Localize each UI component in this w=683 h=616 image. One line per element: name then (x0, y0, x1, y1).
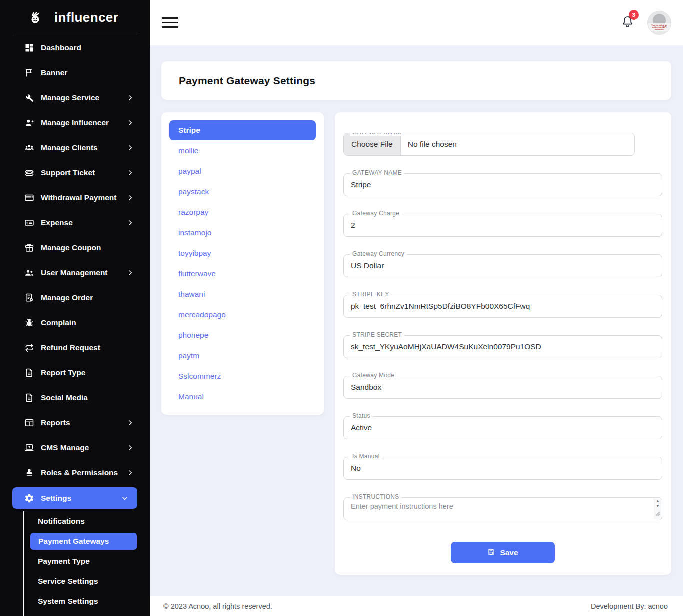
gateway-name-label: GATEWAY NAME (350, 169, 404, 176)
sidebar-item-expense[interactable]: $ Expense (0, 210, 150, 235)
settings-submenu: Notifications Payment Gateways Payment T… (0, 511, 150, 611)
sidebar-item-label: Manage Clients (41, 143, 98, 152)
sidebar-item-manage-service[interactable]: Manage Service (0, 85, 150, 110)
sidebar-item-label: Manage Service (41, 93, 100, 102)
gateway-currency-input[interactable] (351, 261, 655, 270)
users-icon (24, 268, 34, 278)
sidebar-item-label: Complain (41, 318, 76, 327)
groups-icon (24, 143, 34, 153)
gateway-item-paypal[interactable]: paypal (170, 161, 316, 181)
notifications-bell[interactable]: 3 (621, 15, 634, 30)
submenu-item-payment-gateways[interactable]: Payment Gateways (30, 533, 137, 550)
gateway-item-paystack[interactable]: paystack (170, 181, 316, 202)
sidebar-item-withdrawal-payment[interactable]: Withdrawal Payment (0, 185, 150, 210)
notification-count-badge: 3 (629, 10, 639, 20)
sidebar-item-settings[interactable]: Settings (12, 487, 138, 509)
scroll-up-arrow-icon[interactable]: ▲ (656, 499, 660, 504)
gateway-item-razorpay[interactable]: razorpay (170, 202, 316, 222)
sidebar-item-dashboard[interactable]: Dashboard (0, 35, 150, 60)
topbar: 3 You are using an unlicensed API comput… (150, 0, 683, 45)
submenu-item-service-settings[interactable]: Service Settings (0, 571, 150, 591)
gateway-mode-input[interactable] (351, 383, 655, 392)
instructions-field: INSTRUCTIONS ▲▼ (344, 497, 662, 520)
sidebar-item-refund-request[interactable]: Refund Request (0, 335, 150, 360)
sidebar-item-manage-clients[interactable]: Manage Clients (0, 135, 150, 160)
sidebar-item-banner[interactable]: Banner (0, 60, 150, 85)
sidebar-item-label: Manage Order (41, 293, 93, 302)
status-field: Status (344, 416, 662, 439)
sidebar-item-user-management[interactable]: User Management (0, 260, 150, 285)
sidebar-item-manage-order[interactable]: Manage Order (0, 285, 150, 310)
avatar[interactable]: You are using an unlicensed API computer (648, 11, 672, 35)
brand-hand-icon (28, 10, 43, 25)
gateway-item-instamojo[interactable]: instamojo (170, 222, 316, 243)
hamburger-menu-icon[interactable] (159, 11, 182, 34)
save-button[interactable]: Save (451, 542, 555, 563)
chevron-right-icon (127, 444, 134, 451)
credit-card-icon (24, 193, 34, 203)
gateway-list-panel: Stripe mollie paypal paystack razorpay i… (162, 112, 324, 415)
sidebar-item-manage-coupon[interactable]: Manage Coupon (0, 235, 150, 260)
stripe-key-input[interactable] (351, 302, 655, 311)
gateway-item-mollie[interactable]: mollie (170, 140, 316, 161)
submenu-item-label: Payment Gateways (38, 537, 109, 546)
gateway-item-toyyibpay[interactable]: toyyibpay (170, 243, 316, 263)
sidebar-item-reports[interactable]: Reports (0, 410, 150, 435)
choose-file-button[interactable]: Choose File (344, 133, 401, 155)
save-button-label: Save (500, 548, 518, 557)
stripe-secret-field: STRIPE SECRET (344, 335, 662, 358)
gateway-item-thawani[interactable]: thawani (170, 284, 316, 304)
textarea-resize-grip-icon[interactable] (656, 509, 660, 518)
submenu-item-label: Payment Type (38, 557, 90, 566)
sidebar-item-social-media[interactable]: Social Media (0, 385, 150, 410)
is-manual-input[interactable] (351, 464, 655, 473)
gateway-settings-form: GATEWAY IMAGE Choose File No file chosen… (335, 112, 672, 575)
sidebar-item-roles-permissions[interactable]: Roles & Permissions (0, 460, 150, 485)
chevron-right-icon (127, 269, 134, 276)
gateway-item-paytm[interactable]: paytm (170, 345, 316, 366)
save-floppy-icon (488, 548, 496, 558)
gateway-item-sslcommerz[interactable]: Sslcommerz (170, 366, 316, 386)
gateway-item-mercadopago[interactable]: mercadopago (170, 304, 316, 325)
submenu-item-label: Service Settings (38, 577, 98, 586)
instructions-textarea[interactable] (344, 498, 662, 520)
order-document-icon (24, 293, 34, 303)
gateway-name-input[interactable] (351, 180, 655, 189)
svg-text:$: $ (26, 221, 28, 225)
gateway-item-flutterwave[interactable]: flutterwave (170, 263, 316, 284)
sidebar-item-label: Withdrawal Payment (41, 193, 116, 202)
sidebar-item-label: Roles & Permissions (41, 468, 118, 477)
gear-icon (24, 493, 34, 503)
status-label: Status (350, 412, 373, 419)
gateway-item-phonepe[interactable]: phonepe (170, 325, 316, 345)
sidebar-item-complain[interactable]: Complain (0, 310, 150, 335)
sidebar-item-manage-influencer[interactable]: Manage Influencer (0, 110, 150, 135)
gateway-image-label: GATEWAY IMAGE (350, 133, 406, 136)
scroll-down-arrow-icon[interactable]: ▼ (656, 504, 660, 509)
sidebar-item-report-type[interactable]: Report Type (0, 360, 150, 385)
status-input[interactable] (351, 423, 655, 432)
content-area: Payment Gateway Settings Stripe mollie p… (150, 45, 683, 596)
document-icon (24, 368, 34, 378)
footer-copyright: © 2023 Acnoo, all rights reserved. (164, 602, 272, 610)
submenu-item-notifications[interactable]: Notifications (0, 511, 150, 531)
chevron-right-icon (127, 144, 134, 151)
sidebar-item-cms-manage[interactable]: CMS Manage (0, 435, 150, 460)
sidebar-item-label: Report Type (41, 368, 86, 377)
gateway-item-manual[interactable]: Manual (170, 386, 316, 407)
person-add-icon (24, 118, 34, 128)
page-title-card: Payment Gateway Settings (162, 61, 672, 100)
gateway-charge-input[interactable] (351, 221, 655, 230)
stripe-secret-input[interactable] (351, 342, 655, 351)
banknote-icon: $ (24, 218, 34, 228)
bell-icon (621, 21, 634, 30)
submenu-item-payment-type[interactable]: Payment Type (0, 551, 150, 571)
sidebar: influencer Dashboard Banner Manage Servi… (0, 0, 150, 616)
gateway-name-field: GATEWAY NAME (344, 173, 662, 196)
submenu-item-system-settings[interactable]: System Settings (0, 591, 150, 611)
instructions-label: INSTRUCTIONS (350, 493, 402, 500)
gateway-currency-label: Gateway Currency (350, 250, 407, 257)
sidebar-item-support-ticket[interactable]: Support Ticket (0, 160, 150, 185)
gateway-item-stripe[interactable]: Stripe (170, 120, 316, 140)
laptop-icon (24, 443, 34, 453)
